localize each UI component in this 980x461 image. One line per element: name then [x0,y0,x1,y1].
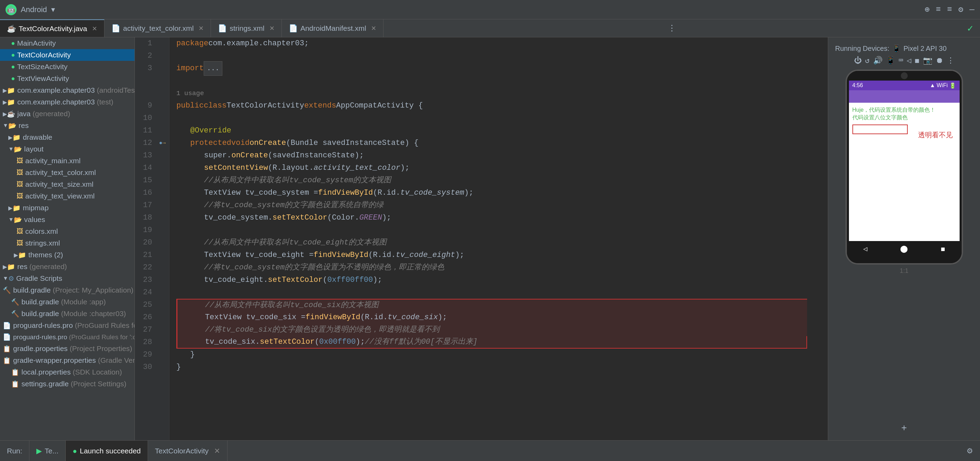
code-line-1: package com.example.chapter03; [177,37,807,50]
sidebar-item-build-app[interactable]: 🔨 build.gradle (Module :app) [0,296,135,308]
sidebar-item-mipmap[interactable]: ▶ 📁 mipmap [0,202,135,214]
tab-xml2[interactable]: 📄 strings.xml ✕ [211,19,282,37]
sidebar-item-activity-main[interactable]: 🖼 activity_main.xml [0,155,135,167]
code-line-29: } [177,349,807,361]
ratio-label: 1:1 [900,267,908,275]
run-tab-activity[interactable]: TextColorActivity ✕ [148,440,228,461]
code-content[interactable]: package com.example.chapter03; import ..… [169,37,814,440]
record-icon[interactable]: ⏺ [936,56,943,65]
rotate-icon[interactable]: ↺ [865,56,870,65]
run-tab-te[interactable]: ▶ Te... [29,440,66,461]
minimize-icon[interactable]: — [970,5,974,14]
expand-icon-2: ▶ [3,99,7,105]
expand-icon-7: ▶ [8,205,13,211]
expand-icon-8: ▼ [8,216,14,223]
sidebar-item-proguard-chapter[interactable]: 📄 proguard-rules.pro (ProGuard Rules for… [0,331,135,343]
sidebar-item-values[interactable]: ▼ 📂 values [0,214,135,226]
tab-java-close[interactable]: ✕ [92,25,97,32]
tab-xml1[interactable]: 📄 activity_text_color.xml ✕ [105,19,211,37]
sidebar-item-drawable[interactable]: ▶ 📁 drawable [0,132,135,143]
settings-icon[interactable]: ⚙ [958,5,963,14]
structure-icon[interactable]: ≡ [936,5,940,14]
tab-xml1-close[interactable]: ✕ [199,25,204,32]
sidebar-item-themes[interactable]: ▶ 📁 themes (2) [0,249,135,261]
code-line-27: //将tv_code_six的文字颜色设置为透明的绿色，即透明就是看不到 [177,324,807,336]
stop-icon[interactable]: ◼ [915,56,919,65]
sidebar-item-proguard-app[interactable]: 📄 proguard-rules.pro (ProGuard Rules for… [0,320,135,331]
sidebar-item-activity-text-view[interactable]: 🖼 activity_text_view.xml [0,190,135,202]
phone-text-line2: 代码设置八位文字颜色 [853,114,908,120]
phone-green-text: Huje，代码设置系统自带的颜色！ 代码设置八位文字颜色 [853,106,956,122]
tab-xml2-close[interactable]: ✕ [269,25,275,32]
code-line-14: setContentView (R.layout. activity_text_… [177,162,807,174]
run-tab-te-label: Te... [45,447,59,455]
sidebar-item-layout[interactable]: ▼ 📂 layout [0,143,135,155]
sidebar-item-local-props[interactable]: 📋 local.properties (SDK Location) [0,366,135,378]
code-editor[interactable]: 1 2 3 9 10 11 12 13 14 15 16 17 18 19 20… [135,37,828,440]
nav-home-icon[interactable]: ⬤ [900,245,908,253]
code-line-12: protected void onCreate (Bundle savedIns… [177,137,807,149]
phone-icon[interactable]: 📱 [886,56,895,65]
power-icon[interactable]: ⏻ [854,56,862,65]
sidebar-item-test[interactable]: ▶ 📁 com.example.chapter03 (test) [0,96,135,108]
sidebar-item-textsizeactivity[interactable]: ● TextSizeActivity [0,61,135,73]
tab-xml3[interactable]: 📄 AndroidManifest.xml ✕ [282,19,383,37]
phone-bottom-bar [847,256,962,263]
run-to-icon[interactable]: → [162,140,166,146]
sidebar-item-textviewactivity[interactable]: ● TextViewActivity [0,73,135,84]
sidebar-item-build-project[interactable]: 🔨 build.gradle (Project: My_Application) [0,284,135,296]
nav-recent-icon[interactable]: ◼ [941,245,945,253]
sync-icon[interactable]: ⊕ [925,5,929,14]
run-tab-activity-close[interactable]: ✕ [214,447,220,455]
project-selector[interactable]: 🤖 Android ▾ [6,4,55,15]
sidebar-item-strings[interactable]: 🖼 strings.xml [0,237,135,249]
gradle-wrapper-icon: 📋 [3,356,11,364]
expand-icon: ▶ [3,87,7,94]
gradle-props-icon: 📋 [3,345,11,353]
sidebar-item-res[interactable]: ▼ 📂 res [0,120,135,132]
phone-signal-icon: ▲ [930,82,935,89]
sidebar-item-java-generated[interactable]: ▶ ☕ java (generated) [0,108,135,120]
tab-xml3-close[interactable]: ✕ [371,25,376,32]
tab-bar: ☕ TextColorActivity.java ✕ 📄 activity_te… [0,19,980,37]
java-icon-3: ● [11,63,15,70]
sidebar-item-activity-text-size[interactable]: 🖼 activity_text_size.xml [0,178,135,190]
device-name: Pixel 2 API 30 [904,45,947,52]
list-icon[interactable]: ≡ [947,5,952,14]
more-icon[interactable]: ⋮ [947,56,955,65]
chevron-down-icon[interactable]: ▾ [51,5,55,14]
back-nav-icon[interactable]: ◁ [907,56,911,65]
tab-java[interactable]: ☕ TextColorActivity.java ✕ [0,19,105,37]
strings-icon: 🖼 [17,239,23,247]
phone-status-icons: ▲ WiFi 🔋 [930,82,956,89]
build-success-icon: ✓ [967,22,973,34]
more-tabs[interactable]: ⋮ [662,19,682,37]
sidebar-item-gradle-scripts[interactable]: ▼ ⚙ Gradle Scripts [0,272,135,284]
sidebar-item-androidtest[interactable]: ▶ 📁 com.example.chapter03 (androidTest) [0,84,135,96]
phone-content-wrapper: Huje，代码设置系统自带的颜色！ 代码设置八位文字颜色 透明看不见 [849,103,959,241]
sidebar-item-colors[interactable]: 🖼 colors.xml [0,226,135,237]
build-variant-icon[interactable]: ⚙ [967,447,973,455]
volume-icon[interactable]: 🔊 [873,56,883,65]
collapsed-imports[interactable]: ... [204,61,222,76]
breakpoint-icon[interactable]: ● [159,140,162,146]
checkmark-area [814,37,828,440]
screenshot-icon[interactable]: 📷 [923,56,932,65]
sidebar-item-gradle-props[interactable]: 📋 gradle.properties (Project Properties) [0,343,135,354]
add-device-icon[interactable]: + [901,422,907,433]
sidebar-item-activity-text-color[interactable]: 🖼 activity_text_color.xml [0,167,135,178]
xml-icon-4: 🖼 [17,192,23,200]
sidebar-item-mainactivity[interactable]: ● MainActivity [0,37,135,49]
nav-back-icon[interactable]: ◁ [863,245,867,253]
sidebar-item-res-generated[interactable]: ▶ 📁 res (generated) [0,261,135,272]
folder-icon: 📁 [7,86,15,94]
keyboard-icon[interactable]: ⌨ [899,56,903,65]
run-tab-launch[interactable]: ● Launch succeeded [66,440,148,461]
code-area: 1 2 3 9 10 11 12 13 14 15 16 17 18 19 20… [135,37,828,440]
code-line-20: //从布局文件中获取名叫tv_code_eight的文本视图 [177,237,807,249]
sidebar-item-gradle-wrapper[interactable]: 📋 gradle-wrapper.properties (Gradle Vers… [0,354,135,366]
phone-device: 4:56 ▲ WiFi 🔋 Huje，代码设置系统自带的颜色！ 代码设置八位文字… [845,70,963,265]
sidebar-item-settings-gradle[interactable]: 📋 settings.gradle (Project Settings) [0,378,135,390]
sidebar-item-build-chapter03[interactable]: 🔨 build.gradle (Module :chapter03) [0,308,135,320]
sidebar-item-textcoloractivity[interactable]: ● TextColorActivity [0,49,135,61]
